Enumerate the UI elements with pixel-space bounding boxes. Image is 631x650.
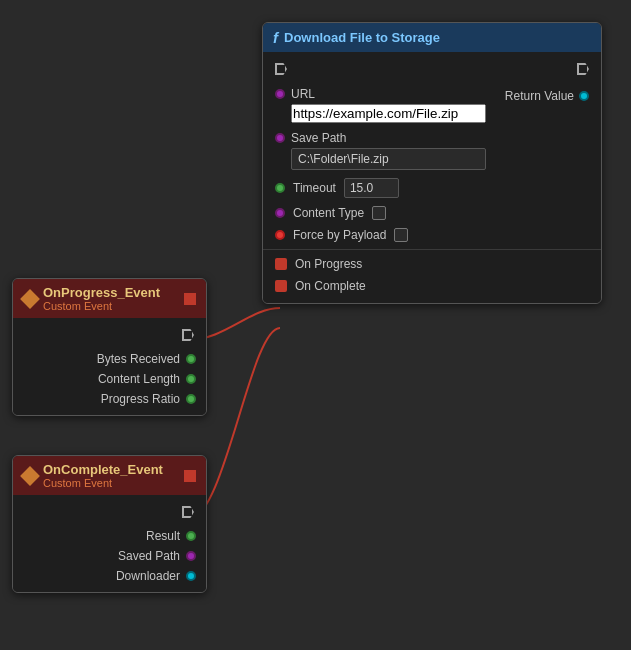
timeout-input[interactable]	[344, 178, 399, 198]
on-complete-pin[interactable]	[275, 280, 287, 292]
content-length-label: Content Length	[98, 372, 180, 386]
timeout-row: Timeout	[263, 174, 601, 202]
content-length-row: Content Length	[13, 369, 206, 389]
url-input[interactable]	[291, 104, 486, 123]
downloader-label: Downloader	[116, 569, 180, 583]
exec-in-pin[interactable]	[275, 63, 287, 78]
downloader-pin[interactable]	[186, 571, 196, 581]
onprogress-header: OnProgress_Event Custom Event	[13, 279, 206, 318]
on-complete-label: On Complete	[295, 279, 366, 293]
result-label: Result	[146, 529, 180, 543]
force-payload-checkbox[interactable]	[394, 228, 408, 242]
force-payload-pin[interactable]	[275, 230, 285, 240]
result-row: Result	[13, 526, 206, 546]
content-type-label: Content Type	[293, 206, 364, 220]
onprogress-title: OnProgress_Event	[43, 285, 160, 300]
oncomplete-title: OnComplete_Event	[43, 462, 163, 477]
timeout-pin[interactable]	[275, 183, 285, 193]
onprogress-node: OnProgress_Event Custom Event Bytes Rece…	[12, 278, 207, 416]
progress-ratio-row: Progress Ratio	[13, 389, 206, 409]
timeout-label: Timeout	[293, 181, 336, 195]
force-payload-label: Force by Payload	[293, 228, 386, 242]
download-node-header: f Download File to Storage	[263, 23, 601, 52]
oncomplete-exec-out[interactable]	[182, 506, 194, 521]
saved-path-label: Saved Path	[118, 549, 180, 563]
on-progress-label: On Progress	[295, 257, 362, 271]
bytes-received-label: Bytes Received	[97, 352, 180, 366]
content-type-pin[interactable]	[275, 208, 285, 218]
save-path-input[interactable]	[291, 148, 486, 170]
oncomplete-node: OnComplete_Event Custom Event Result Sav…	[12, 455, 207, 593]
progress-ratio-label: Progress Ratio	[101, 392, 180, 406]
return-value-pin[interactable]	[579, 91, 589, 101]
exec-out-pin[interactable]	[577, 63, 589, 78]
saved-path-row: Saved Path	[13, 546, 206, 566]
save-path-label: Save Path	[291, 131, 346, 145]
content-type-checkbox[interactable]	[372, 206, 386, 220]
force-payload-row: Force by Payload	[263, 224, 601, 246]
on-complete-row: On Complete	[263, 275, 601, 297]
return-value-label: Return Value	[505, 89, 574, 103]
bytes-received-row: Bytes Received	[13, 349, 206, 369]
result-pin[interactable]	[186, 531, 196, 541]
url-label: URL	[291, 87, 315, 101]
content-length-pin[interactable]	[186, 374, 196, 384]
oncomplete-subtitle: Custom Event	[43, 477, 163, 489]
bytes-received-pin[interactable]	[186, 354, 196, 364]
progress-ratio-pin[interactable]	[186, 394, 196, 404]
content-type-row: Content Type	[263, 202, 601, 224]
on-progress-pin[interactable]	[275, 258, 287, 270]
onprogress-exec-out[interactable]	[182, 329, 194, 344]
downloader-row: Downloader	[13, 566, 206, 586]
onprogress-diamond-icon	[20, 289, 40, 309]
download-node-title: Download File to Storage	[284, 30, 440, 45]
oncomplete-header: OnComplete_Event Custom Event	[13, 456, 206, 495]
on-progress-row: On Progress	[263, 253, 601, 275]
onprogress-close[interactable]	[184, 293, 196, 305]
onprogress-subtitle: Custom Event	[43, 300, 160, 312]
url-pin[interactable]	[275, 89, 285, 99]
save-path-pin[interactable]	[275, 133, 285, 143]
function-icon: f	[273, 29, 278, 46]
oncomplete-close[interactable]	[184, 470, 196, 482]
oncomplete-diamond-icon	[20, 466, 40, 486]
saved-path-pin[interactable]	[186, 551, 196, 561]
download-node: f Download File to Storage URL Return Va…	[262, 22, 602, 304]
